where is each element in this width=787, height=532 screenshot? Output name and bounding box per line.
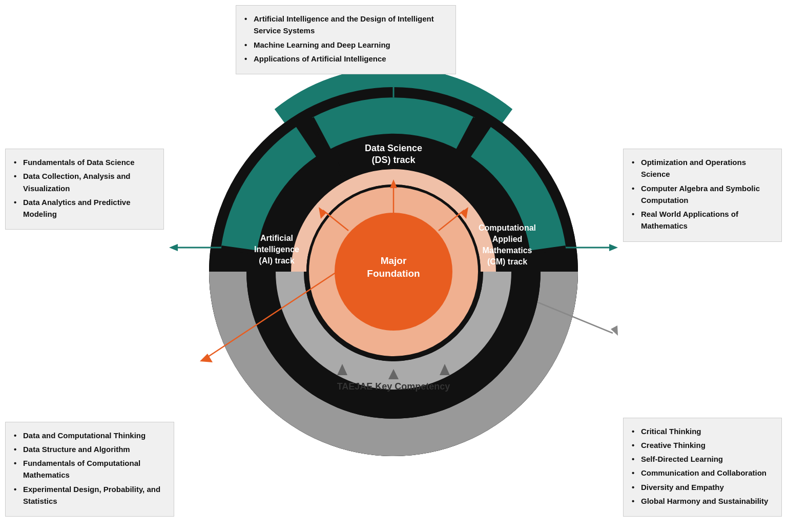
svg-marker-17 xyxy=(169,244,178,251)
svg-text:Intelligence: Intelligence xyxy=(254,245,299,254)
top-item-2: Machine Learning and Deep Learning xyxy=(244,39,447,51)
right-top-info-box: Optimization and Operations Science Comp… xyxy=(623,149,782,242)
bottom-left-item-1: Data and Computational Thinking xyxy=(14,429,165,441)
bottom-left-info-box: Data and Computational Thinking Data Str… xyxy=(5,422,174,517)
svg-text:Data Science: Data Science xyxy=(365,143,422,153)
bottom-right-item-4: Communication and Collaboration xyxy=(632,467,773,479)
bottom-right-item-6: Global Harmony and Sustainability xyxy=(632,495,773,507)
top-info-box: Artificial Intelligence and the Design o… xyxy=(236,5,456,74)
bottom-left-list: Data and Computational Thinking Data Str… xyxy=(14,429,165,507)
main-container: Data Science (DS) track Artificial Intel… xyxy=(0,0,787,532)
svg-text:(CM) track: (CM) track xyxy=(487,257,527,266)
bottom-right-item-2: Creative Thinking xyxy=(632,439,773,451)
svg-marker-23 xyxy=(611,325,618,336)
svg-text:(AI) track: (AI) track xyxy=(259,256,294,265)
bottom-left-item-2: Data Structure and Algorithm xyxy=(14,443,165,455)
bottom-left-item-3: Fundamentals of Computational Mathematic… xyxy=(14,457,165,481)
bottom-left-item-4: Experimental Design, Probability, and St… xyxy=(14,483,165,507)
svg-text:Foundation: Foundation xyxy=(367,268,420,279)
right-top-list: Optimization and Operations Science Comp… xyxy=(632,156,773,232)
left-item-1: Fundamentals of Data Science xyxy=(14,156,155,168)
left-item-2: Data Collection, Analysis and Visualizat… xyxy=(14,170,155,194)
svg-text:(DS) track: (DS) track xyxy=(371,155,416,165)
top-item-1: Artificial Intelligence and the Design o… xyxy=(244,13,447,37)
svg-text:Artificial: Artificial xyxy=(260,234,293,242)
right-top-item-3: Real World Applications of Mathematics xyxy=(632,208,773,232)
svg-text:Applied: Applied xyxy=(492,235,523,243)
right-top-item-2: Computer Algebra and Symbolic Computatio… xyxy=(632,182,773,207)
svg-text:Mathematics: Mathematics xyxy=(483,246,532,255)
left-item-3: Data Analytics and Predictive Modeling xyxy=(14,196,155,220)
left-list: Fundamentals of Data Science Data Collec… xyxy=(14,156,155,220)
left-info-box: Fundamentals of Data Science Data Collec… xyxy=(5,149,164,230)
svg-text:Computational: Computational xyxy=(479,223,536,232)
right-top-item-1: Optimization and Operations Science xyxy=(632,156,773,180)
svg-text:TAEJAE Key Competency: TAEJAE Key Competency xyxy=(337,381,450,392)
bottom-right-item-3: Self-Directed Learning xyxy=(632,453,773,465)
bottom-right-info-box: Critical Thinking Creative Thinking Self… xyxy=(623,418,782,517)
bottom-right-item-5: Diversity and Empathy xyxy=(632,481,773,493)
svg-text:Major: Major xyxy=(381,255,407,266)
svg-marker-19 xyxy=(609,244,618,251)
bottom-right-list: Critical Thinking Creative Thinking Self… xyxy=(632,425,773,507)
bottom-right-item-1: Critical Thinking xyxy=(632,425,773,437)
top-list: Artificial Intelligence and the Design o… xyxy=(244,13,447,65)
top-item-3: Applications of Artificial Intelligence xyxy=(244,53,447,65)
